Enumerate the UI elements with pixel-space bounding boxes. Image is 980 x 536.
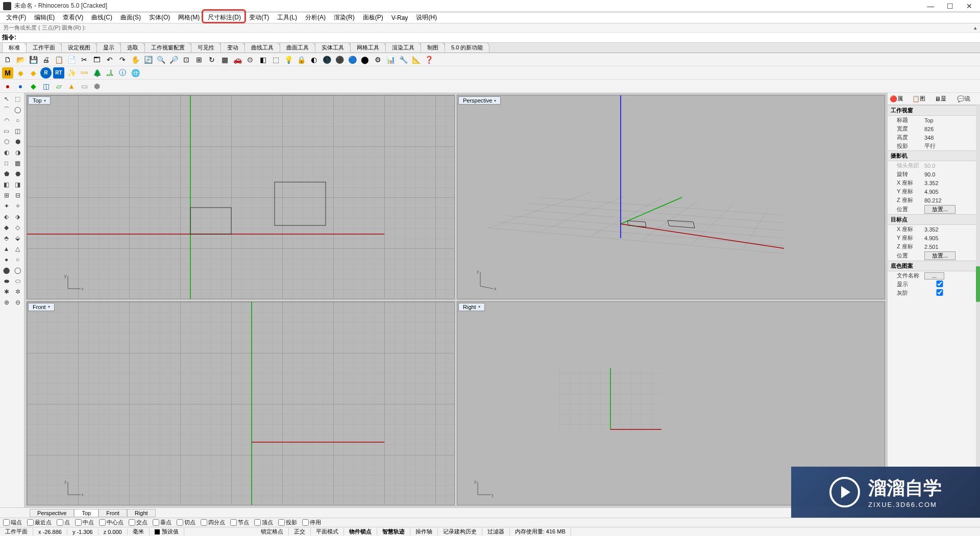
left-tool-2-1[interactable]: ○ (12, 115, 23, 125)
left-tool-17-1[interactable]: ⬭ (12, 276, 23, 286)
prop-value[interactable]: 4.905 (924, 189, 977, 195)
vray-rt-icon[interactable]: RT (53, 67, 64, 79)
properties-tab-2[interactable]: 🖥显 (935, 94, 955, 104)
print-icon[interactable]: 🖨 (40, 54, 52, 65)
left-tool-15-1[interactable]: ○ (12, 254, 23, 265)
status-z[interactable]: z 0.000 (99, 529, 128, 535)
left-tool-4-0[interactable]: ⬡ (1, 137, 12, 147)
view-tab-right[interactable]: Right (127, 509, 156, 517)
properties-tab-3[interactable]: 💬说 (957, 94, 977, 104)
osnap-6[interactable]: 垂点 (153, 519, 172, 526)
vray-landscape-icon[interactable]: 🏞 (104, 67, 115, 79)
undo-icon[interactable]: ↶ (104, 54, 115, 65)
menu-1[interactable]: 编辑(E) (30, 12, 59, 23)
osnap-checkbox[interactable] (201, 519, 207, 526)
prop-checkbox[interactable] (924, 280, 955, 287)
properties-icon[interactable]: 📊 (385, 54, 396, 65)
box-icon[interactable]: ▭ (79, 81, 90, 92)
left-tool-8-0[interactable]: ◧ (1, 180, 12, 190)
left-tool-14-0[interactable]: ▲ (1, 244, 12, 254)
vray-sparkle-icon[interactable]: ✨ (66, 67, 77, 79)
command-input[interactable] (18, 34, 978, 41)
snap-icon[interactable]: ⊙ (244, 54, 256, 65)
osnap-checkbox[interactable] (177, 519, 183, 526)
left-tool-10-1[interactable]: ✧ (12, 201, 23, 211)
left-tool-3-0[interactable]: ▭ (1, 126, 12, 136)
prop-value[interactable]: 90.0 (924, 171, 977, 177)
left-tool-6-0[interactable]: □ (1, 158, 12, 168)
left-tool-3-1[interactable]: ◫ (12, 126, 23, 136)
cut-icon[interactable]: ✂ (79, 54, 90, 65)
left-tool-11-0[interactable]: ⬖ (1, 212, 12, 222)
left-tool-5-1[interactable]: ◑ (12, 147, 23, 158)
left-tool-13-1[interactable]: ⬙ (12, 233, 23, 243)
close-button[interactable]: ✕ (966, 3, 973, 10)
status-6[interactable]: 记录建构历史 (438, 528, 482, 535)
cylinder-icon[interactable]: ⬢ (91, 81, 103, 92)
menu-6[interactable]: 网格(M) (174, 12, 204, 23)
layout-icon[interactable]: 🗔 (91, 54, 103, 65)
toolbar-tab-13[interactable]: 制图 (421, 42, 445, 53)
viewport-right-label[interactable]: Right▾ (458, 303, 485, 311)
toolbar-tab-8[interactable]: 曲线工具 (244, 42, 280, 53)
view-tab-top[interactable]: Top (74, 509, 99, 517)
left-tool-17-0[interactable]: ⬬ (1, 276, 12, 286)
toolbar-tab-2[interactable]: 设定视图 (61, 42, 97, 53)
plane-icon[interactable]: ▱ (53, 81, 64, 92)
toolbar-tab-4[interactable]: 选取 (120, 42, 145, 53)
prop-button-放置...[interactable]: 放置... (924, 205, 955, 214)
status-x[interactable]: x -26.886 (33, 529, 67, 535)
status-0[interactable]: 锁定格点 (256, 528, 289, 535)
toolbar-tab-1[interactable]: 工作平面 (26, 42, 62, 53)
left-tool-7-0[interactable]: ⬟ (1, 169, 12, 179)
osnap-2[interactable]: 点 (57, 519, 70, 526)
left-tool-9-0[interactable]: ⊞ (1, 190, 12, 200)
toolbar-tab-10[interactable]: 实体工具 (315, 42, 351, 53)
status-layer[interactable]: 预设值 (150, 528, 184, 535)
left-tool-5-0[interactable]: ◐ (1, 147, 12, 158)
vray-diamond2-icon[interactable]: ◆ (28, 67, 39, 79)
left-tool-9-1[interactable]: ⊟ (12, 190, 23, 200)
left-tool-12-1[interactable]: ◇ (12, 222, 23, 233)
osnap-5[interactable]: 交点 (129, 519, 148, 526)
left-tool-18-1[interactable]: ✲ (12, 287, 23, 297)
viewport-perspective[interactable]: Perspective▾ x z (457, 95, 885, 299)
preview-icon[interactable]: ⬤ (359, 54, 371, 65)
viewport-front[interactable]: Front▾ x z (27, 301, 455, 506)
4view-icon[interactable]: ▦ (219, 54, 230, 65)
left-tool-13-0[interactable]: ⬘ (1, 233, 12, 243)
open-file-icon[interactable]: 📂 (15, 54, 26, 65)
menu-4[interactable]: 曲面(S) (116, 12, 145, 23)
status-1[interactable]: 正交 (289, 528, 311, 535)
command-history-scroll-icon[interactable]: ▴ (974, 24, 977, 31)
vray-tree-icon[interactable]: 🌲 (91, 67, 103, 79)
prop-value[interactable]: 3.352 (924, 180, 977, 186)
prop-value[interactable]: 4.905 (924, 235, 977, 241)
menu-9[interactable]: 工具(L) (273, 12, 301, 23)
left-tool-0-1[interactable]: ⬚ (12, 94, 23, 104)
toolbar-tab-7[interactable]: 变动 (220, 42, 245, 53)
sphere-blue-icon[interactable]: ● (15, 81, 26, 92)
minimize-button[interactable]: — (927, 3, 934, 10)
properties-scrollbar[interactable] (976, 105, 980, 507)
properties-tab-1[interactable]: 📋图 (912, 94, 933, 104)
prop-value[interactable]: 3.352 (924, 226, 977, 233)
menu-3[interactable]: 曲线(C) (87, 12, 116, 23)
refresh-icon[interactable]: ↻ (206, 54, 217, 65)
toolbar-tab-5[interactable]: 工作视窗配置 (144, 42, 191, 53)
prop-value[interactable]: 2.501 (924, 244, 977, 250)
cplane-icon[interactable]: 🚗 (232, 54, 243, 65)
zoom-icon[interactable]: 🔍 (155, 54, 166, 65)
viewport-top-label[interactable]: Top▾ (28, 96, 51, 105)
left-tool-16-1[interactable]: ◯ (12, 265, 23, 275)
osnap-8[interactable]: 四分点 (201, 519, 225, 526)
cone-icon[interactable]: ▲ (66, 81, 77, 92)
redo-icon[interactable]: ↷ (117, 54, 128, 65)
menu-7[interactable]: 尺寸标注(D) (204, 12, 245, 23)
rotate-icon[interactable]: 🔄 (142, 54, 154, 65)
vray-r-icon[interactable]: R (40, 67, 52, 79)
osnap-checkbox[interactable] (254, 519, 261, 526)
toolbar-tab-3[interactable]: 显示 (96, 42, 121, 53)
viewport-top[interactable]: Top▾ x y (27, 95, 455, 299)
menu-13[interactable]: V-Ray (387, 13, 412, 22)
